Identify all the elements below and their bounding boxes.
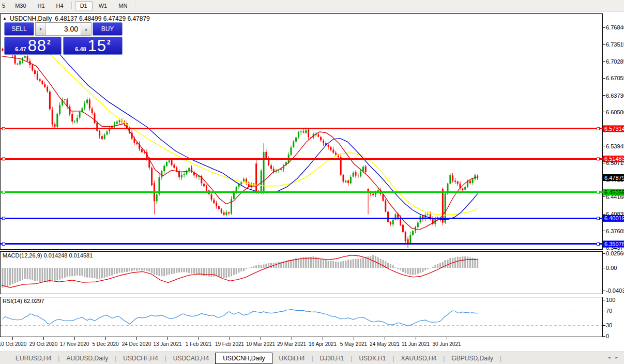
tab-usdcad-h4[interactable]: USDCAD,H4 [167,353,215,363]
tab-gbpusd-daily[interactable]: GBPUSD,Daily [445,353,499,363]
macd-bar [79,268,81,276]
tab-scroll-left-icon[interactable]: ◂ [608,355,611,360]
candle-body [225,212,227,215]
macd-bar [121,268,123,273]
candle-body [308,129,309,137]
tab-usdcnh-daily[interactable]: USDCNH,Daily [215,353,272,364]
macd-bar [191,268,192,274]
candle-body [19,61,21,65]
macd-bar [320,259,322,268]
candle-body [94,113,95,123]
hline-anchor[interactable] [3,191,5,193]
tab-audusd-daily[interactable]: AUDUSD,Daily [60,353,114,363]
macd-bar [129,268,130,271]
candle-body [54,124,56,127]
candle-body [342,175,344,181]
tab-eurusd-h4[interactable]: EURUSD,H4 [9,353,57,363]
buy-price-point: 2 [107,39,111,46]
macd-bar [332,261,334,268]
timeframe-m30[interactable]: M30 [10,1,31,10]
macd-bar [2,268,4,287]
buy-button[interactable]: BUY [93,22,123,36]
hline-anchor[interactable] [3,242,5,245]
candle-body [173,165,175,168]
macd-bar [422,268,423,272]
candle-body [246,179,247,182]
hline-anchor[interactable] [597,127,600,130]
volume-input[interactable]: 3.00 [46,23,81,35]
volume-decrease-button[interactable]: ▾ [36,23,46,35]
macd-bar [77,268,78,275]
sell-button[interactable]: SELL [4,22,34,36]
price-axis-label: 6.37605 [606,228,624,234]
tab-scroll-right-icon[interactable]: ▸ [615,355,618,360]
timeframe-d1[interactable]: D1 [75,1,93,10]
candle-body [64,99,66,100]
macd-bar [99,268,100,279]
candle-body [163,166,165,171]
volume-increase-button[interactable]: ▴ [81,23,91,35]
macd-bar [300,258,302,268]
candle-body [305,130,307,133]
tab-usdchf-h4[interactable]: USDCHF,H4 [117,353,164,363]
macd-bar [184,268,185,272]
macd-bar [86,268,88,278]
tab-xauusd-h4[interactable]: XAUUSD,H4 [395,353,443,363]
candle-body [169,160,170,162]
macd-bar [29,268,31,279]
tab-dj30-h1[interactable]: DJ30,H1 [314,353,351,363]
tab-ukoil-h4[interactable]: UKOil,H4 [272,353,311,363]
macd-bar [251,267,252,268]
timeframe-m5[interactable]: 5 [1,1,9,10]
candle-body [270,165,272,169]
macd-bar [218,268,220,277]
hline-anchor[interactable] [597,191,600,193]
candle-body [17,64,18,64]
symbol-tab-bar: EURUSD,H4 | AUDUSD,Daily | USDCHF,H4 | U… [0,352,624,364]
hline-anchor[interactable] [3,217,5,220]
hline-anchor[interactable] [597,158,600,160]
date-axis-label: 24 Dec 2020 [122,341,151,347]
timeframe-h1[interactable]: H1 [33,1,50,10]
macd-bar [402,268,404,272]
candle-body [166,162,168,166]
collapse-panel-icon[interactable]: ▲ [3,16,7,21]
hline-anchor[interactable] [3,127,5,130]
chevron-down-icon: ▾ [39,27,41,32]
macd-bar [276,263,277,268]
timeframe-h4[interactable]: H4 [51,1,69,10]
macd-bar [445,260,446,268]
candle-body [300,131,302,132]
hline-anchor[interactable] [597,217,600,220]
timeframe-mn[interactable]: MN [113,1,132,10]
hline-anchor[interactable] [3,158,5,160]
macd-bar [472,257,474,268]
sell-price-prefix: 6.47 [15,46,26,52]
date-axis-label: 17 Nov 2020 [60,341,89,347]
timeframe-w1[interactable]: W1 [94,1,113,10]
macd-bar [148,268,150,271]
candle-body [236,187,237,191]
candle-body [47,87,48,92]
macd-bar [64,268,66,278]
hline-anchor[interactable] [597,242,600,245]
macd-bar [133,268,135,270]
macd-bar [457,256,459,268]
macd-bar [338,262,339,268]
sell-price-box[interactable]: 6.47 88 2 [4,37,62,55]
macd-bar [228,268,230,277]
macd-bar [19,268,21,281]
macd-bar [340,262,342,268]
hline-price-label: 6.57314 [604,126,624,132]
candle-body [462,189,463,190]
macd-bar [94,268,95,278]
macd-bar [427,268,429,269]
candle-body [32,65,33,70]
tab-usdx-h1[interactable]: USDX,H1 [353,353,392,363]
candle-body [104,135,105,139]
macd-bar [434,265,436,268]
candle-body [213,200,215,203]
macd-bar [233,268,235,275]
buy-price-box[interactable]: 6.48 15 2 [63,37,123,55]
candle-body [253,184,254,184]
